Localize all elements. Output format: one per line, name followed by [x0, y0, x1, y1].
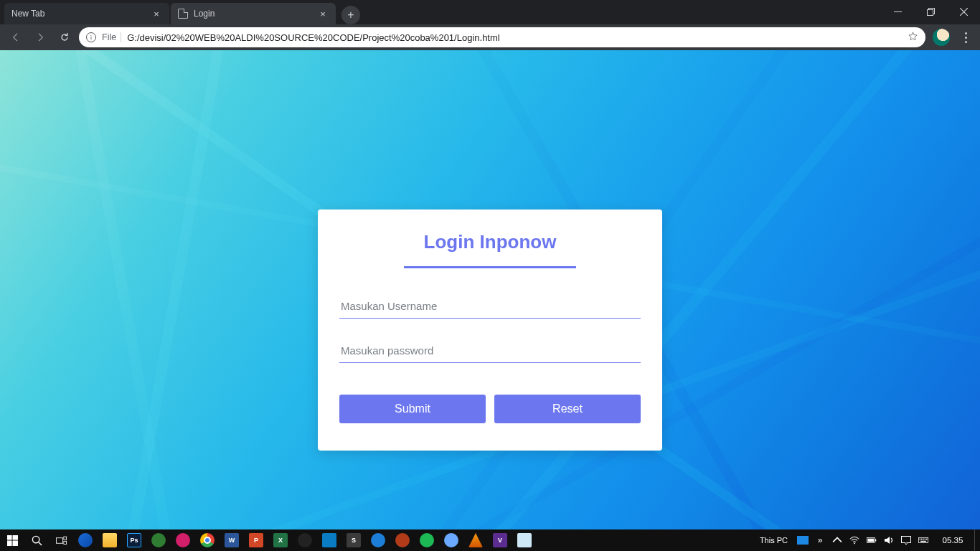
taskbar-app-word[interactable]: W: [220, 529, 244, 551]
tab-title: New Tab: [11, 9, 151, 19]
svg-rect-3: [12, 535, 18, 540]
keyboard-icon[interactable]: [915, 529, 931, 551]
action-center-icon[interactable]: [898, 529, 914, 551]
browser-window: New Tab × Login × +: [0, 0, 980, 551]
tray-app-icon[interactable]: [795, 529, 811, 551]
svg-rect-1: [927, 9, 933, 15]
battery-icon[interactable]: [864, 529, 880, 551]
taskbar-clock[interactable]: 05.35: [933, 536, 973, 545]
maximize-button[interactable]: [914, 0, 947, 23]
login-card: Login Inponow Submit Reset: [318, 209, 662, 451]
site-info-icon[interactable]: i: [86, 32, 96, 42]
svg-rect-15: [918, 538, 928, 543]
close-icon[interactable]: ×: [151, 8, 162, 19]
svg-point-6: [32, 536, 39, 542]
forward-button[interactable]: [30, 27, 50, 47]
this-pc-label[interactable]: This PC: [754, 536, 793, 545]
taskbar-app-generic-6[interactable]: [390, 529, 415, 551]
reset-button[interactable]: Reset: [494, 395, 641, 423]
svg-rect-8: [63, 537, 66, 540]
tab-title: Login: [194, 9, 317, 19]
taskbar-app-powerpoint[interactable]: P: [244, 529, 268, 551]
taskbar-app-generic-7[interactable]: [439, 529, 463, 551]
url-scheme-label: File: [102, 32, 121, 42]
taskbar-app-excel[interactable]: X: [268, 529, 293, 551]
search-button[interactable]: [24, 529, 49, 551]
password-input[interactable]: [339, 337, 641, 363]
taskbar-app-chrome[interactable]: [195, 529, 220, 551]
svg-rect-2: [7, 535, 12, 540]
minimize-button[interactable]: [881, 0, 914, 23]
windows-taskbar: Ps W P X S V This PC »: [0, 529, 980, 551]
taskbar-right: This PC » 05.35: [754, 529, 980, 551]
wifi-icon[interactable]: [847, 529, 862, 551]
svg-rect-16: [920, 539, 921, 540]
svg-rect-20: [926, 539, 928, 540]
volume-icon[interactable]: [881, 529, 897, 551]
svg-rect-4: [7, 540, 12, 546]
taskbar-app-generic-3[interactable]: [293, 529, 317, 551]
url-text: G:/devisi/02%20WEB%20ALDI%20SOURCE%20COD…: [127, 32, 902, 43]
username-input[interactable]: [339, 293, 641, 319]
browser-toolbar: i File G:/devisi/02%20WEB%20ALDI%20SOURC…: [0, 24, 980, 50]
taskbar-app-generic-2[interactable]: [171, 529, 195, 551]
svg-rect-17: [921, 539, 923, 540]
title-underline: [404, 266, 576, 268]
tray-chevron-up-icon[interactable]: [829, 529, 845, 551]
taskbar-app-photoshop[interactable]: Ps: [122, 529, 146, 551]
taskbar-app-visualstudio[interactable]: V: [488, 529, 512, 551]
taskbar-app-vlc[interactable]: [463, 529, 488, 551]
close-window-button[interactable]: [947, 0, 980, 23]
bookmark-star-icon[interactable]: [908, 31, 918, 44]
login-title: Login Inponow: [339, 231, 641, 253]
tab-strip: New Tab × Login × +: [0, 0, 980, 24]
svg-rect-12: [875, 539, 877, 541]
tab-new-tab[interactable]: New Tab ×: [4, 3, 169, 24]
taskbar-app-generic-1[interactable]: [146, 529, 171, 551]
taskbar-app-edge[interactable]: [73, 529, 98, 551]
taskbar-left: Ps W P X S V: [0, 529, 537, 551]
address-bar[interactable]: i File G:/devisi/02%20WEB%20ALDI%20SOURC…: [79, 27, 925, 47]
document-icon: [178, 9, 188, 19]
taskbar-app-generic-4[interactable]: [317, 529, 341, 551]
svg-rect-21: [920, 541, 926, 542]
chrome-menu-button[interactable]: [957, 27, 974, 47]
tab-login[interactable]: Login ×: [171, 3, 336, 24]
svg-rect-7: [56, 537, 62, 543]
back-button[interactable]: [6, 27, 26, 47]
svg-rect-9: [63, 541, 66, 544]
svg-rect-19: [925, 539, 926, 540]
reload-button[interactable]: [55, 27, 75, 47]
button-row: Submit Reset: [339, 395, 641, 423]
svg-point-10: [854, 543, 855, 545]
page-viewport: Login Inponow Submit Reset: [0, 50, 980, 529]
taskbar-app-notepad[interactable]: [512, 529, 537, 551]
profile-avatar-button[interactable]: [933, 29, 950, 46]
taskbar-app-sublime[interactable]: S: [341, 529, 366, 551]
task-view-button[interactable]: [49, 529, 73, 551]
submit-button[interactable]: Submit: [339, 395, 486, 423]
tray-overflow-icon[interactable]: »: [812, 529, 828, 551]
close-icon[interactable]: ×: [317, 8, 329, 19]
svg-rect-5: [12, 540, 18, 546]
svg-rect-13: [868, 539, 875, 542]
taskbar-app-generic-5[interactable]: [366, 529, 390, 551]
svg-rect-18: [923, 539, 924, 540]
taskbar-app-explorer[interactable]: [98, 529, 122, 551]
show-desktop-button[interactable]: [974, 529, 979, 551]
start-button[interactable]: [0, 529, 24, 551]
window-controls: [881, 0, 980, 24]
taskbar-app-spotify[interactable]: [415, 529, 439, 551]
new-tab-button[interactable]: +: [341, 6, 360, 24]
svg-rect-14: [902, 537, 911, 543]
